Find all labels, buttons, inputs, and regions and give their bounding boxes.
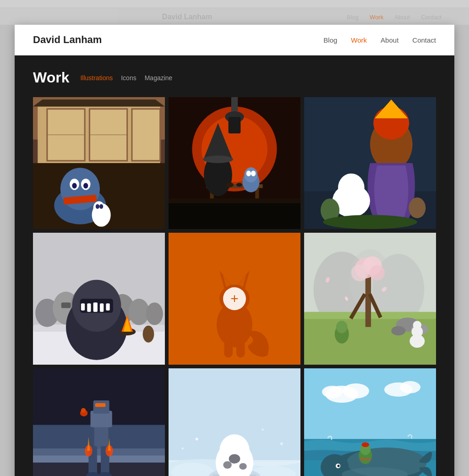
plus-icon: + xyxy=(223,287,246,310)
gallery-item-7[interactable] xyxy=(33,368,165,476)
work-header: Work Illustrations Icons Magazine xyxy=(33,69,436,86)
tab-illustrations[interactable]: Illustrations xyxy=(80,74,113,82)
gallery-item-3[interactable] xyxy=(304,97,436,229)
work-section-title: Work xyxy=(33,69,69,86)
gallery-item-4[interactable] xyxy=(33,233,165,365)
ghost-title: David Lanham xyxy=(27,13,347,21)
ghost-nav-about: About xyxy=(394,14,410,21)
gallery-item-5[interactable]: + xyxy=(169,233,300,365)
tab-magazine[interactable]: Magazine xyxy=(145,74,173,82)
gallery-grid: + xyxy=(33,97,436,476)
ghost-page: David Lanham Blog Work About Contact xyxy=(0,9,469,25)
nav-work[interactable]: Work xyxy=(351,36,367,44)
tab-icons[interactable]: Icons xyxy=(121,74,136,82)
gallery-item-1[interactable] xyxy=(33,97,165,229)
main-content: Work Illustrations Icons Magazine xyxy=(15,55,454,476)
gallery-item-2[interactable] xyxy=(169,97,300,229)
ghost-nav-blog: Blog xyxy=(347,14,359,21)
nav-blog[interactable]: Blog xyxy=(323,36,337,44)
nav-about[interactable]: About xyxy=(381,36,398,44)
work-tabs: Illustrations Icons Magazine xyxy=(80,74,172,82)
ghost-nav-contact: Contact xyxy=(421,14,442,21)
nav-contact[interactable]: Contact xyxy=(412,36,436,44)
gallery-item-6[interactable] xyxy=(304,233,436,365)
site-nav: Blog Work About Contact xyxy=(323,36,436,44)
ghost-nav-work: Work xyxy=(370,14,383,21)
gallery-item-9[interactable] xyxy=(304,368,436,476)
site-title: David Lanham xyxy=(33,34,102,46)
site-header: David Lanham Blog Work About Contact xyxy=(15,25,454,55)
gallery-item-8[interactable] xyxy=(169,368,300,476)
ghost-nav: Blog Work About Contact xyxy=(347,14,442,21)
